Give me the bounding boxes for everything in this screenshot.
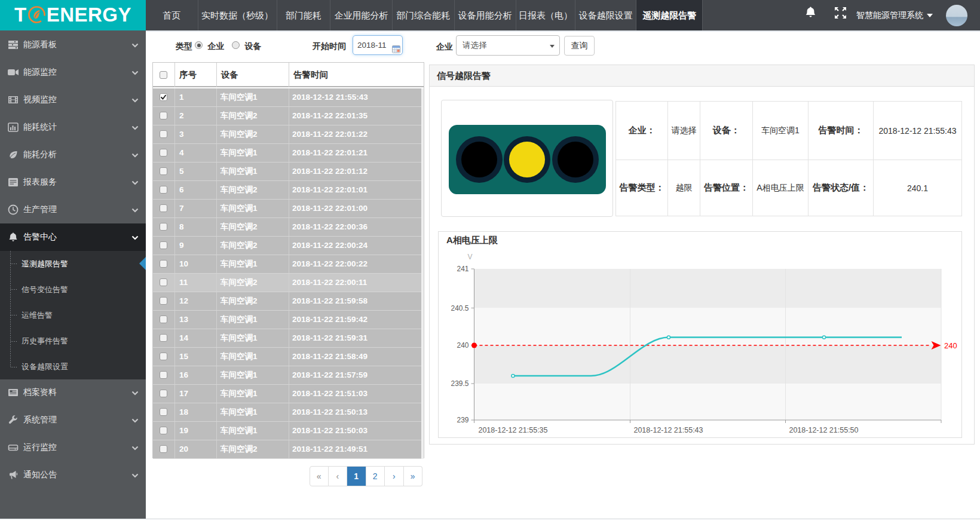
svg-text:2018-12-12 21:55:35: 2018-12-12 21:55:35 — [478, 426, 547, 434]
svg-text:239: 239 — [457, 416, 468, 424]
svg-text:240: 240 — [457, 341, 468, 350]
svg-text:239.5: 239.5 — [451, 379, 468, 388]
svg-text:240.5: 240.5 — [451, 304, 468, 312]
svg-text:V: V — [467, 253, 472, 261]
svg-text:240: 240 — [944, 341, 957, 350]
svg-text:2018-12-12 21:55:50: 2018-12-12 21:55:50 — [789, 426, 858, 434]
svg-text:241: 241 — [457, 265, 468, 273]
svg-text:2018-12-12 21:55:43: 2018-12-12 21:55:43 — [633, 426, 703, 434]
